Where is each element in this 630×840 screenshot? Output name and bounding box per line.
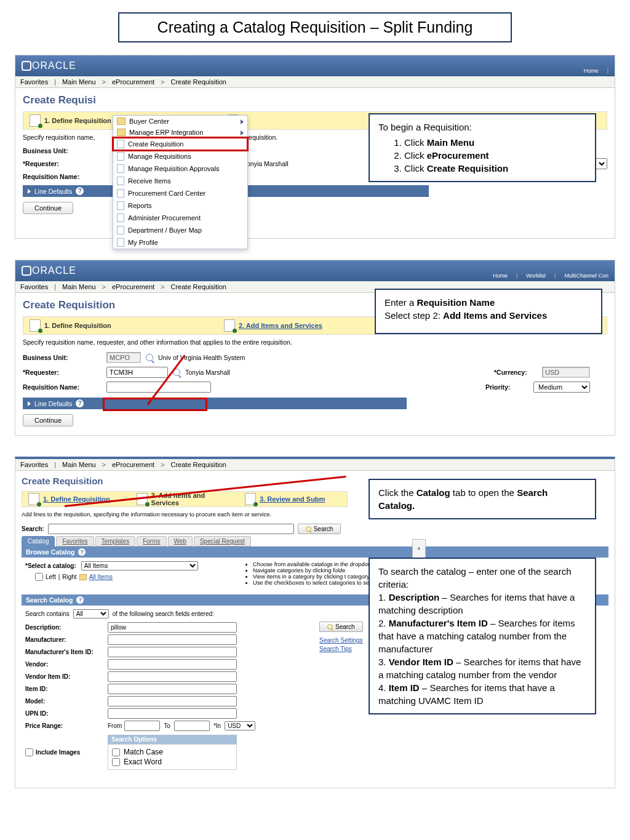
requester-input[interactable] [106,367,168,378]
vendor-item-id-input[interactable] [108,671,237,682]
top-links: Home| [584,68,608,74]
bc-eprocurement[interactable]: eProcurement [112,461,157,468]
bc-favorites[interactable]: Favorites [20,461,50,468]
page-title: Creating a Catalog Requisition – Split F… [118,12,512,42]
oracle-header: ORACLE Home| Worklist| MultiChannel Con [15,260,615,281]
submenu-arrow-icon [241,130,244,135]
requester-label: *Requester: [23,369,102,376]
section-3-screenshot: Favorites| Main Menu> eProcurement> Crea… [15,457,615,788]
create-requisition-heading: Create Requisi [23,94,607,106]
man-item-id-input[interactable] [108,647,237,657]
bu-input [106,352,141,363]
lookup-icon[interactable] [146,354,153,361]
manufacturer-input[interactable] [108,634,237,645]
catalog-search-button[interactable]: Search [319,622,363,632]
tab-special-request[interactable]: Special Request [194,536,251,546]
continue-button[interactable]: Continue [23,414,73,426]
home-link[interactable]: Home [584,68,599,74]
tab-catalog[interactable]: Catalog [22,536,55,546]
match-case-checkbox[interactable] [112,748,120,756]
search-input[interactable] [48,524,294,534]
help-icon[interactable]: ? [78,548,86,556]
search-tips-link[interactable]: Search Tips [319,646,352,652]
bc-create-requisition[interactable]: Create Requisition [171,461,229,468]
line-defaults-bar[interactable]: Line Defaults? [23,398,407,409]
help-icon[interactable]: ? [76,596,84,604]
all-items-link[interactable]: All Items [89,574,113,580]
add-items-link[interactable]: 2. Add Items and Services [239,322,322,329]
bc-eprocurement[interactable]: eProcurement [112,283,157,290]
step-define[interactable]: 1. Define Requisition [22,493,130,505]
contains-label: Search contains [25,610,70,617]
tab-web[interactable]: Web [168,536,193,546]
menu-item[interactable]: Manage ERP Integration [113,127,247,138]
bc-favorites[interactable]: Favorites [20,283,50,290]
bc-main-menu[interactable]: Main Menu [62,283,98,290]
catalog-select[interactable]: All Items [81,561,198,570]
home-link[interactable]: Home [493,273,508,279]
menu-item[interactable]: My Profile [113,236,247,249]
description-input[interactable] [108,622,237,633]
search-settings-link[interactable]: Search Settings [319,637,363,644]
upn-id-label: UPN ID: [25,710,108,717]
reqname-label: Requisition Name: [23,383,102,391]
model-input[interactable] [108,696,237,706]
document-icon [117,238,124,247]
search-button[interactable]: Search [298,524,341,534]
price-from-input[interactable] [124,721,160,731]
include-images-label: Include Images [36,749,80,756]
include-images-checkbox[interactable] [25,748,33,756]
right-label: Right [62,574,76,580]
step-icon [137,493,148,505]
worklist-link[interactable]: Worklist [526,273,546,279]
tab-templates[interactable]: Templates [95,536,136,546]
reqname-input[interactable] [106,382,211,393]
menu-item[interactable]: Procurement Card Center [113,187,247,199]
bc-main-menu[interactable]: Main Menu [62,461,98,468]
breadcrumb: Favorites| Main Menu> eProcurement> Crea… [15,459,615,471]
price-to-input[interactable] [174,721,210,731]
menu-item[interactable]: Reports [113,199,247,212]
menu-item[interactable]: Manage Requisition Approvals [113,162,247,175]
oracle-logo: ORACLE [22,265,76,276]
vendor-input[interactable] [108,659,237,670]
menu-item[interactable]: Create Requisition [113,138,247,150]
callout-begin: To begin a Requisition: Click Main Menu … [369,113,596,182]
bc-main-menu[interactable]: Main Menu [62,78,98,86]
contains-text: of the following search fields entered: [113,610,214,617]
menu-item[interactable]: Administer Procurement [113,212,247,224]
step-icon [224,319,235,332]
price-currency-select[interactable]: USD [225,721,255,730]
document-icon [117,177,124,185]
tree-checkbox[interactable] [35,573,43,581]
upn-id-input[interactable] [108,708,237,719]
requester-name: onyia Marshall [247,160,289,167]
bc-eprocurement[interactable]: eProcurement [112,78,157,86]
exact-word-checkbox[interactable] [112,758,120,766]
step-review[interactable]: 3. Review and Subm [239,493,347,505]
bc-favorites[interactable]: Favorites [20,78,50,86]
menu-item[interactable]: Buyer Center [113,116,247,127]
tab-forms[interactable]: Forms [137,536,166,546]
search-options-header: Search Options [108,735,237,744]
step-icon [30,114,41,127]
priority-select[interactable]: Medium [533,382,590,393]
multichannel-link[interactable]: MultiChannel Con [564,273,608,279]
menu-item[interactable]: Department / Buyer Map [113,224,247,236]
item-id-input[interactable] [108,684,237,694]
bc-create-requisition[interactable]: Create Requisition [171,283,229,290]
lookup-icon[interactable] [173,369,180,376]
step-icon [28,493,39,505]
contains-select[interactable]: All [73,609,109,618]
bc-create-requisition[interactable]: Create Requisition [171,78,229,86]
help-icon[interactable]: ? [76,399,84,407]
continue-button[interactable]: Continue [23,202,73,214]
help-icon[interactable]: ? [76,187,84,195]
tab-favorites[interactable]: Favorites [56,536,94,546]
document-icon [117,189,124,198]
menu-item[interactable]: Manage Requisitions [113,150,247,162]
callout-catalog-tab: Click the Catalog tab to open the Search… [369,479,596,519]
menu-item[interactable]: Receive Items [113,175,247,187]
document-icon [117,201,124,210]
model-label: Model: [25,698,108,705]
